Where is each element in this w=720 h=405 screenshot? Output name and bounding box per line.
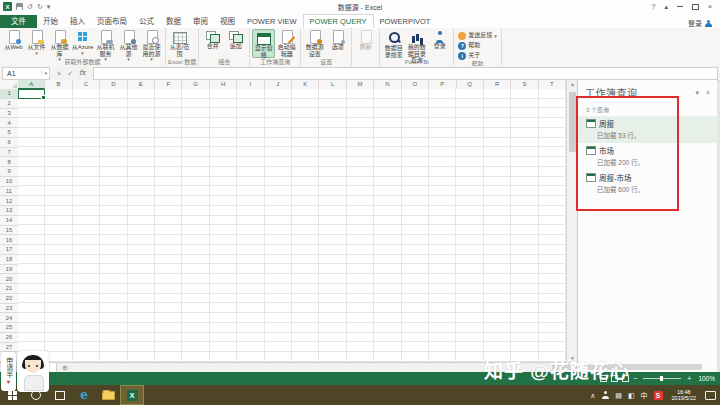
- ribbon-tab-插入[interactable]: 插入: [64, 15, 91, 28]
- zoom-slider[interactable]: [643, 378, 681, 379]
- help-icon[interactable]: ?: [651, 3, 655, 11]
- ribbon-button-about[interactable]: i关于: [456, 51, 483, 60]
- insert-function-icon[interactable]: fx: [79, 69, 86, 78]
- ribbon-button-page-db[interactable]: 从数据库▾: [48, 29, 71, 58]
- row-header-8[interactable]: 8: [0, 157, 18, 167]
- file-explorer-button[interactable]: [96, 385, 120, 405]
- row-header-18[interactable]: 18: [0, 255, 18, 265]
- query-item-1[interactable]: 周报已加载 53 行。: [578, 116, 717, 143]
- ribbon-tab-文件[interactable]: 文件: [0, 15, 37, 28]
- user-icon[interactable]: [601, 391, 609, 399]
- ribbon-button-settings[interactable]: 数据源设置: [303, 29, 326, 58]
- excel-taskbar-button[interactable]: X: [120, 385, 144, 405]
- column-header-t[interactable]: T: [539, 80, 566, 89]
- row-header-3[interactable]: 3: [0, 109, 18, 119]
- selected-cell-a1[interactable]: [18, 89, 45, 99]
- name-box-dropdown-icon[interactable]: ▾: [41, 70, 49, 76]
- ribbon-tab-审阅[interactable]: 审阅: [187, 15, 214, 28]
- row-header-6[interactable]: 6: [0, 138, 18, 148]
- folder-tray-icon[interactable]: ▤: [615, 391, 622, 400]
- column-header-g[interactable]: G: [182, 80, 209, 89]
- ribbon-tab-开始[interactable]: 开始: [37, 15, 64, 28]
- ribbon-button-options[interactable]: 选项: [326, 29, 349, 58]
- sogou-icon[interactable]: S: [654, 391, 663, 400]
- taskbar-clock[interactable]: 16:48 2019/5/22: [669, 389, 699, 402]
- zoom-in-icon[interactable]: +: [687, 375, 691, 383]
- column-header-q[interactable]: Q: [457, 80, 484, 89]
- ribbon-button-pane[interactable]: 显示窗格: [252, 29, 275, 58]
- column-header-e[interactable]: E: [128, 80, 155, 89]
- task-view-button[interactable]: [48, 385, 72, 405]
- row-header-19[interactable]: 19: [0, 265, 18, 275]
- close-button[interactable]: ×: [708, 3, 712, 11]
- zoom-out-icon[interactable]: −: [633, 375, 637, 383]
- row-header-1[interactable]: 1: [0, 89, 18, 99]
- column-header-a[interactable]: A: [18, 80, 45, 89]
- column-header-k[interactable]: K: [292, 80, 319, 89]
- ribbon-tab-公式[interactable]: 公式: [133, 15, 160, 28]
- new-sheet-icon[interactable]: ⊕: [57, 364, 73, 372]
- account-signin[interactable]: 登录: [688, 18, 720, 28]
- ribbon-tab-powerpivot[interactable]: POWERPIVOT: [374, 15, 437, 28]
- action-center-icon[interactable]: [705, 391, 716, 400]
- ribbon-button-help[interactable]: ?帮助: [456, 41, 483, 50]
- ribbon-button-page[interactable]: 从文件▾: [25, 29, 48, 58]
- column-header-r[interactable]: R: [484, 80, 511, 89]
- row-header-25[interactable]: 25: [0, 323, 18, 333]
- cancel-icon[interactable]: ×: [57, 69, 61, 78]
- name-box[interactable]: A1 ▾: [2, 67, 50, 80]
- ribbon-button-page-clock[interactable]: 最近使用的源▾: [140, 29, 163, 58]
- row-header-15[interactable]: 15: [0, 226, 18, 236]
- ribbon-button-azure[interactable]: 从Azure▾: [71, 29, 94, 58]
- row-header-27[interactable]: 27: [0, 343, 18, 353]
- column-header-m[interactable]: M: [347, 80, 374, 89]
- row-header-22[interactable]: 22: [0, 294, 18, 304]
- row-header-24[interactable]: 24: [0, 313, 18, 323]
- column-header-p[interactable]: P: [429, 80, 456, 89]
- row-header-12[interactable]: 12: [0, 196, 18, 206]
- column-header-j[interactable]: J: [265, 80, 292, 89]
- row-header-7[interactable]: 7: [0, 148, 18, 158]
- ribbon-button-page-globe[interactable]: 从Web: [2, 29, 25, 58]
- row-header-20[interactable]: 20: [0, 274, 18, 284]
- ribbon-tab-power-view[interactable]: POWER VIEW: [241, 15, 303, 28]
- column-header-l[interactable]: L: [319, 80, 346, 89]
- vertical-scrollbar[interactable]: ▲ ▼: [566, 80, 577, 362]
- ime-indicator[interactable]: 中: [641, 391, 648, 400]
- ribbon-button-feedback[interactable]: 发送反馈▾: [456, 31, 499, 40]
- minimize-button[interactable]: [677, 6, 683, 7]
- vertical-scroll-thumb[interactable]: [569, 92, 576, 152]
- cells-area[interactable]: [18, 89, 566, 362]
- column-header-b[interactable]: B: [45, 80, 72, 89]
- row-header-17[interactable]: 17: [0, 245, 18, 255]
- ribbon-tab-power-query[interactable]: POWER QUERY: [303, 14, 374, 28]
- column-header-f[interactable]: F: [155, 80, 182, 89]
- formula-input[interactable]: [93, 67, 718, 80]
- ribbon-tab-页面布局[interactable]: 页面布局: [91, 15, 133, 28]
- ribbon-button-append[interactable]: 追加: [224, 29, 247, 58]
- row-header-11[interactable]: 11: [0, 187, 18, 197]
- row-header-21[interactable]: 21: [0, 284, 18, 294]
- ribbon-tab-数据[interactable]: 数据: [160, 15, 187, 28]
- query-item-3[interactable]: 周报-市场已加载 600 行。: [578, 170, 717, 197]
- pane-menu-icon[interactable]: ▾: [695, 89, 699, 97]
- column-header-s[interactable]: S: [511, 80, 538, 89]
- ribbon-button-table[interactable]: 从表/范围: [168, 29, 191, 58]
- query-item-2[interactable]: 市场已加载 200 行。: [578, 143, 717, 170]
- ribbon-button-catalog-search[interactable]: 数据目录搜索: [382, 29, 405, 58]
- enter-icon[interactable]: ✓: [67, 69, 73, 78]
- ribbon-button-catalog-queries[interactable]: 我的数据目录查询: [405, 29, 428, 58]
- column-header-i[interactable]: I: [237, 80, 264, 89]
- ribbon-button-editor[interactable]: 启动编辑器: [275, 29, 298, 58]
- restore-button[interactable]: [692, 4, 699, 10]
- column-header-o[interactable]: O: [402, 80, 429, 89]
- row-header-2[interactable]: 2: [0, 99, 18, 109]
- row-header-4[interactable]: 4: [0, 118, 18, 128]
- display-tray-icon[interactable]: ◧: [628, 391, 635, 400]
- column-header-d[interactable]: D: [100, 80, 127, 89]
- row-header-26[interactable]: 26: [0, 333, 18, 343]
- row-header-10[interactable]: 10: [0, 177, 18, 187]
- row-header-16[interactable]: 16: [0, 235, 18, 245]
- row-header-14[interactable]: 14: [0, 216, 18, 226]
- ribbon-button-refresh[interactable]: 刷新: [354, 29, 377, 58]
